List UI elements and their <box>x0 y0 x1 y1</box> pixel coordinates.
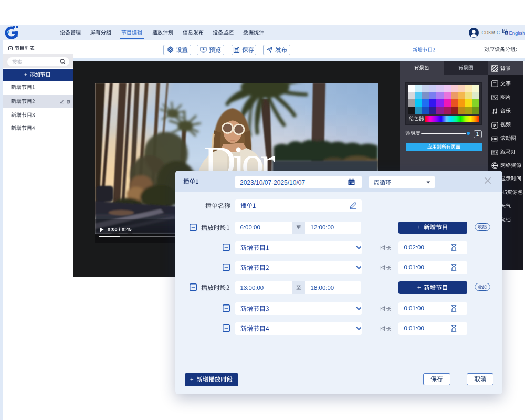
svg-text:A: A <box>505 32 507 35</box>
